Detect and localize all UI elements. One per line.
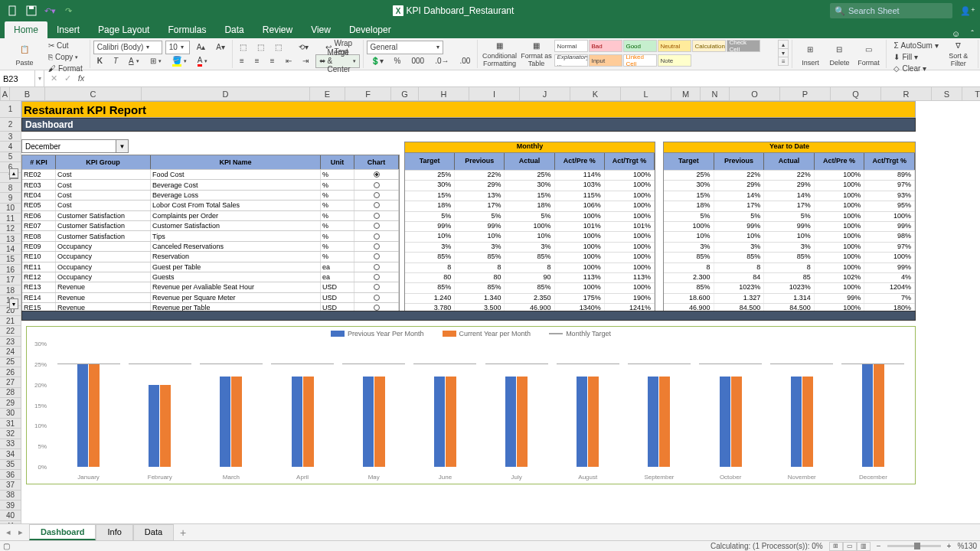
name-box[interactable]: B23: [0, 70, 35, 86]
dec-decimal-button[interactable]: .00: [456, 54, 475, 68]
row-header-28[interactable]: 28: [0, 388, 21, 398]
macro-rec-icon[interactable]: ▢: [3, 542, 10, 550]
align-middle-button[interactable]: ⬚: [253, 41, 268, 54]
format-as-table-button[interactable]: ▦Format as Table: [518, 40, 554, 68]
col-header-T[interactable]: T: [962, 87, 980, 100]
italic-button[interactable]: T: [109, 54, 122, 68]
row-header-33[interactable]: 33: [0, 439, 21, 449]
data-row[interactable]: 30%29%29%100%97%: [664, 180, 915, 190]
kpi-row[interactable]: RE11OccupancyGuest per Tableea: [22, 262, 399, 272]
file-icon[interactable]: [5, 2, 21, 19]
col-header-D[interactable]: D: [142, 87, 310, 100]
row-header-24[interactable]: 24: [0, 347, 21, 357]
col-header-C[interactable]: C: [45, 87, 142, 100]
col-header-F[interactable]: F: [345, 87, 391, 100]
fx-icon[interactable]: fx: [75, 73, 87, 83]
enter-formula-icon[interactable]: ✓: [61, 73, 74, 83]
row-header-35[interactable]: 35: [0, 460, 21, 470]
style-input[interactable]: Input: [589, 54, 622, 67]
chart-radio[interactable]: [374, 233, 380, 240]
ribbon-tab-view[interactable]: View: [302, 21, 340, 38]
col-header-S[interactable]: S: [932, 87, 962, 100]
data-row[interactable]: 18%17%18%106%100%: [405, 201, 655, 210]
col-header-O[interactable]: O: [730, 87, 780, 100]
name-box-dropdown[interactable]: ▾: [35, 70, 44, 86]
col-header-B[interactable]: B: [10, 87, 45, 100]
row-header-37[interactable]: 37: [0, 480, 21, 490]
zoom-slider[interactable]: [887, 545, 941, 547]
style-note[interactable]: Note: [658, 54, 691, 67]
row-header-18[interactable]: 18: [0, 285, 21, 295]
data-row[interactable]: 85%85%85%100%100%: [405, 252, 655, 262]
sheet-nav[interactable]: ◂▸: [0, 527, 29, 537]
data-row[interactable]: 888100%100%: [405, 262, 655, 272]
percent-button[interactable]: %: [390, 54, 405, 68]
col-header-Q[interactable]: Q: [831, 87, 881, 100]
format-button[interactable]: ▭Format: [854, 40, 883, 68]
ribbon-tab-developer[interactable]: Developer: [340, 21, 400, 38]
align-top-button[interactable]: ⬚: [236, 41, 250, 54]
data-row[interactable]: 888100%99%: [664, 262, 915, 272]
data-row[interactable]: 3%3%3%100%97%: [664, 242, 915, 252]
data-row[interactable]: 10%10%10%100%98%: [664, 231, 915, 241]
col-header-H[interactable]: H: [419, 87, 469, 100]
zoom-level[interactable]: %130: [957, 542, 977, 550]
ribbon-tab-formulas[interactable]: Formulas: [158, 21, 215, 38]
row-header-17[interactable]: 17: [0, 275, 21, 285]
kpi-row[interactable]: RE03CostBeverage Cost%: [22, 179, 399, 189]
ribbon-collapse-icon[interactable]: ˆ: [971, 29, 974, 38]
data-row[interactable]: 85%85%85%100%100%: [664, 252, 915, 262]
align-right-button[interactable]: ≡: [266, 54, 279, 68]
kpi-row[interactable]: RE09OccupancyCanceled Reservations%: [22, 241, 399, 251]
chart-radio[interactable]: [374, 171, 380, 178]
styles-scroll[interactable]: ▴▾≡: [778, 40, 789, 66]
kpi-row[interactable]: RE02CostFood Cost%: [22, 169, 399, 179]
col-header-M[interactable]: M: [671, 87, 701, 100]
paste-button[interactable]: 📋 Paste: [6, 40, 43, 68]
style-bad[interactable]: Bad: [589, 40, 622, 52]
row-header-31[interactable]: 31: [0, 419, 21, 429]
clear-button[interactable]: ◇ Clear ▾: [890, 63, 942, 74]
row-header-5[interactable]: 5: [0, 152, 21, 162]
data-row[interactable]: 100%99%99%100%99%: [664, 221, 915, 231]
redo-icon[interactable]: ↷: [60, 2, 77, 19]
indent-right-button[interactable]: ⇥: [299, 54, 312, 68]
indent-left-button[interactable]: ⇤: [282, 54, 296, 68]
row-header-16[interactable]: 16: [0, 265, 21, 275]
cell-styles-gallery[interactable]: NormalBadGoodNeutralCalculationCheck Cel…: [554, 40, 776, 68]
chart-radio[interactable]: [374, 223, 380, 229]
share-icon[interactable]: 👤⁺: [960, 6, 975, 16]
chart-radio[interactable]: [374, 182, 380, 188]
data-row[interactable]: 5%5%5%100%100%: [664, 211, 915, 221]
kpi-spin-down[interactable]: ▼: [9, 298, 18, 309]
style-linkedcell[interactable]: Linked Cell: [623, 54, 657, 67]
number-format-select[interactable]: General▾: [367, 41, 443, 54]
zoom-in-button[interactable]: +: [947, 542, 952, 550]
row-header-3[interactable]: 3: [0, 132, 21, 142]
chart-radio[interactable]: [374, 192, 380, 198]
kpi-row[interactable]: RE14RevenueRevenue per Square MeterUSD: [22, 292, 399, 302]
row-header-4[interactable]: 4: [0, 142, 21, 152]
row-header-26[interactable]: 26: [0, 367, 21, 377]
decrease-font-button[interactable]: A▾: [212, 41, 229, 54]
font-name-select[interactable]: Calibri (Body)▾: [93, 41, 162, 54]
row-header-25[interactable]: 25: [0, 357, 21, 367]
chart-radio[interactable]: [374, 264, 380, 270]
col-header-G[interactable]: G: [391, 87, 419, 100]
bold-button[interactable]: K: [93, 54, 106, 68]
add-sheet-button[interactable]: +: [174, 527, 192, 539]
sort-filter-button[interactable]: ᐁSort & Filter: [942, 40, 975, 68]
format-painter-button[interactable]: 🖌Format: [44, 63, 87, 74]
row-header-40[interactable]: 40: [0, 510, 21, 520]
border-button[interactable]: ⊞▾: [146, 54, 165, 68]
font-size-select[interactable]: 10▾: [165, 41, 190, 54]
kpi-row[interactable]: RE04CostBeverage Loss%: [22, 190, 399, 200]
col-header-P[interactable]: P: [780, 87, 831, 100]
data-row[interactable]: 85%1023%1023%100%1204%: [664, 282, 915, 292]
fill-color-button[interactable]: 🪣▾: [168, 54, 191, 68]
ribbon-tab-data[interactable]: Data: [215, 21, 253, 38]
month-dropdown[interactable]: December ▼: [21, 139, 129, 153]
undo-icon[interactable]: ↶▾: [41, 2, 58, 19]
col-header-R[interactable]: R: [881, 87, 932, 100]
orientation-button[interactable]: ⟲▾: [295, 41, 312, 54]
